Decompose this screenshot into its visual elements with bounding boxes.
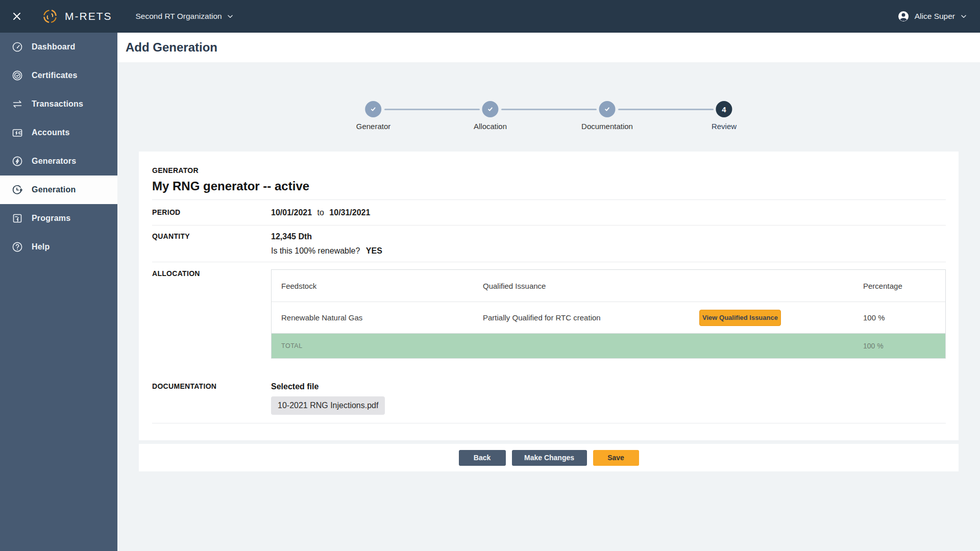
user-menu[interactable]: Alice Super: [897, 10, 967, 22]
review-card: GENERATOR My RNG generator -- active PER…: [139, 152, 959, 440]
total-label: TOTAL: [272, 342, 483, 349]
sidebar-item-label: Accounts: [32, 128, 70, 137]
sidebar-item-generation[interactable]: Generation: [0, 176, 117, 204]
sidebar-item-label: Help: [32, 242, 50, 252]
step-label: Documentation: [581, 122, 633, 131]
back-button[interactable]: Back: [459, 450, 506, 466]
step-label: Generator: [356, 122, 391, 131]
documentation-section-label: DOCUMENTATION: [152, 382, 271, 390]
qualified-issuance-cell: Partially Qualified for RTC creation: [483, 313, 699, 322]
user-name: Alice Super: [915, 12, 955, 21]
wizard-stepper: Generator Allocation Documentation: [365, 101, 732, 138]
qualified-issuance-header: Qualified Issuance: [483, 282, 699, 290]
selected-file-chip: 10-2021 RNG Injections.pdf: [271, 396, 385, 415]
action-cell: View Qualified Issuance: [699, 310, 863, 326]
make-changes-button[interactable]: Make Changes: [512, 450, 587, 466]
footer-action-bar: Back Make Changes Save: [139, 444, 959, 471]
generator-name: My RNG generator -- active: [152, 179, 946, 193]
documentation-block: Selected file 10-2021 RNG Injections.pdf: [271, 382, 946, 415]
gauge-icon: [11, 41, 23, 53]
feedstock-cell: Renewable Natural Gas: [272, 313, 483, 322]
allocation-table-header: Feedstock Qualified Issuance Percentage: [272, 270, 945, 302]
sidebar-item-transactions[interactable]: Transactions: [0, 90, 117, 118]
mrets-logo-icon: [42, 8, 58, 24]
certificate-badge-icon: [11, 69, 23, 82]
transfer-arrows-icon: [11, 98, 23, 110]
step-generator[interactable]: Generator: [356, 101, 391, 131]
org-name: Second RT Organization: [136, 12, 222, 21]
step-review[interactable]: 4 Review: [712, 101, 737, 131]
sidebar-item-dashboard[interactable]: Dashboard: [0, 33, 117, 61]
period-start: 10/01/2021: [271, 208, 312, 217]
clock-bolt-icon: [11, 184, 23, 196]
allocation-table-row: Renewable Natural Gas Partially Qualifie…: [272, 302, 945, 333]
selected-file-label: Selected file: [271, 382, 946, 391]
allocation-table-total-row: TOTAL 100 %: [272, 333, 945, 358]
chevron-down-icon: [960, 13, 967, 20]
sidebar-item-label: Transactions: [32, 99, 83, 109]
step-documentation[interactable]: Documentation: [581, 101, 633, 131]
step-number-badge: 4: [716, 101, 732, 117]
sidebar-item-label: Programs: [32, 214, 70, 223]
step-label: Review: [712, 122, 737, 131]
view-qualified-issuance-button[interactable]: View Qualified Issuance: [699, 310, 781, 326]
program-bolt-icon: [11, 212, 23, 224]
percentage-cell: 100 %: [863, 313, 945, 322]
bolt-circle-icon: [11, 155, 23, 167]
percentage-header: Percentage: [863, 282, 945, 290]
period-joiner: to: [317, 208, 324, 217]
close-icon[interactable]: [12, 12, 21, 21]
step-allocation[interactable]: Allocation: [474, 101, 507, 131]
total-percentage: 100 %: [863, 342, 945, 350]
wallet-icon: [11, 127, 23, 139]
sidebar-item-programs[interactable]: Programs: [0, 204, 117, 233]
sidebar-item-label: Generators: [32, 157, 76, 166]
renewable-question: Is this 100% renewable?: [271, 246, 360, 255]
allocation-section-label: ALLOCATION: [152, 269, 271, 278]
sidebar-item-label: Dashboard: [32, 42, 75, 52]
sidebar-item-label: Generation: [32, 185, 76, 194]
generator-section-label: GENERATOR: [152, 166, 946, 174]
sidebar-item-help[interactable]: Help: [0, 233, 117, 261]
step-complete-check-icon: [365, 101, 381, 117]
step-label: Allocation: [474, 122, 507, 131]
brand-name: M-RETS: [65, 10, 112, 22]
renewable-answer: YES: [366, 246, 382, 255]
step-complete-check-icon: [482, 101, 498, 117]
question-icon: [11, 241, 23, 253]
period-end: 10/31/2021: [329, 208, 370, 217]
quantity-value: 12,345 Dth: [271, 232, 946, 241]
step-complete-check-icon: [599, 101, 616, 117]
page-header: Add Generation: [117, 33, 980, 62]
page-title: Add Generation: [126, 40, 217, 55]
quantity-value-block: 12,345 Dth Is this 100% renewable? YES: [271, 232, 946, 256]
feedstock-header: Feedstock: [272, 282, 483, 290]
sidebar-item-accounts[interactable]: Accounts: [0, 118, 117, 147]
period-value: 10/01/2021 to 10/31/2021: [271, 208, 946, 217]
sidebar: Dashboard Certificates Transactions: [0, 33, 117, 551]
sidebar-item-label: Certificates: [32, 71, 78, 80]
avatar-icon: [897, 10, 910, 22]
sidebar-item-generators[interactable]: Generators: [0, 147, 117, 176]
allocation-table: Feedstock Qualified Issuance Percentage …: [271, 269, 946, 359]
renewable-line: Is this 100% renewable? YES: [271, 246, 946, 256]
content-area: Generator Allocation Documentation: [117, 62, 980, 551]
step-connector: [384, 109, 480, 110]
period-section-label: PERIOD: [152, 208, 271, 216]
org-selector[interactable]: Second RT Organization: [136, 12, 234, 21]
save-button[interactable]: Save: [593, 450, 639, 466]
quantity-section-label: QUANTITY: [152, 232, 271, 240]
chevron-down-icon: [227, 13, 234, 20]
top-bar: M-RETS Second RT Organization Alice Supe…: [0, 0, 980, 33]
sidebar-item-certificates[interactable]: Certificates: [0, 61, 117, 90]
